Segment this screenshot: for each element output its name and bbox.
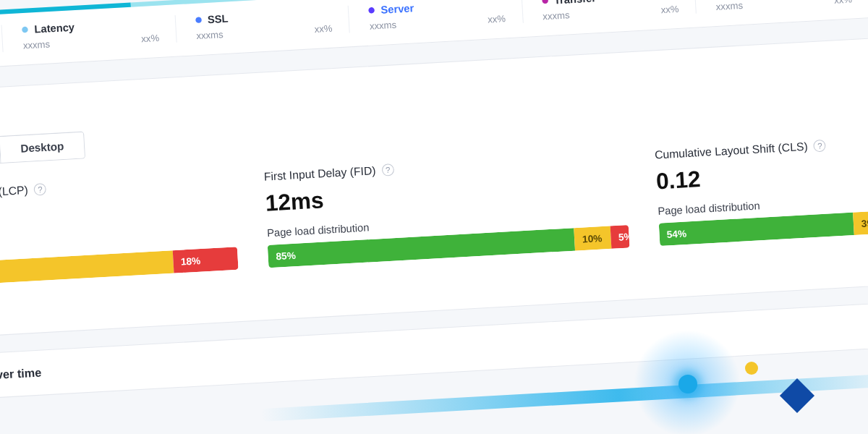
dist-segment-y: 10% — [574, 226, 612, 250]
metric-pct: xx% — [314, 23, 333, 35]
dist-segment-r: 5% — [610, 225, 630, 249]
dist-segment-y: 39% — [853, 205, 868, 235]
vital-title: Cumulative Layout Shift (CLS) — [655, 140, 809, 161]
vital-card-1: First Input Delay (FID)?12msPage load di… — [263, 150, 629, 268]
metric-label: Server — [380, 2, 414, 16]
metric-dot-icon — [22, 27, 28, 33]
metric-dot-icon — [195, 17, 202, 23]
vital-title: First Input Delay (FID) — [263, 163, 376, 182]
metric-dot-icon — [542, 0, 548, 4]
help-icon[interactable]: ? — [814, 139, 827, 152]
metric-dot-icon — [368, 7, 375, 14]
metric-pct: xx% — [141, 33, 160, 44]
metric-ms: xxxms — [715, 0, 743, 12]
dashboard-scene: DNSxxxmsxx%Latencyxxxmsxx%SSLxxxmsxx%Ser… — [0, 0, 868, 434]
tab-desktop[interactable]: Desktop — [0, 132, 84, 163]
dist-segment-y: 62% — [0, 250, 174, 286]
help-icon[interactable]: ? — [381, 163, 394, 176]
metric-name: Latency — [22, 16, 158, 35]
metric-ms: xxxms — [369, 20, 396, 32]
metric-name: SSL — [195, 7, 332, 26]
core-web-vitals-panel: Core Web Vitals AllMobileDesktop Largest… — [0, 29, 868, 343]
timing-metric-latency[interactable]: Latencyxxxmsxx% — [2, 15, 177, 52]
timing-metric-ssl[interactable]: SSLxxxmsxx% — [175, 6, 350, 43]
metric-pct: xx% — [834, 0, 853, 6]
metric-ms: xxxms — [196, 29, 224, 41]
metric-label: SSL — [207, 12, 228, 25]
timing-metric-server[interactable]: Serverxxxmsxx% — [349, 0, 524, 33]
vital-card-0: Largest Contentful Paint (LCP)?2.5sPage … — [0, 171, 239, 289]
metric-ms: xxxms — [542, 10, 570, 22]
metric-pct: xx% — [488, 14, 506, 25]
dist-segment-r: 18% — [172, 247, 238, 273]
dist-segment-g: 54% — [658, 213, 854, 246]
vital-card-2: Cumulative Layout Shift (CLS)?0.12Page l… — [655, 128, 868, 246]
metric-label: Latency — [34, 21, 75, 35]
metric-pct: xx% — [660, 4, 679, 15]
help-icon[interactable]: ? — [34, 182, 47, 195]
metric-label: Transfer — [553, 0, 596, 7]
dist-bar: 20%62%18% — [0, 247, 239, 289]
vital-title: Largest Contentful Paint (LCP) — [0, 183, 28, 205]
timing-metric-transfer[interactable]: Transferxxxmsxx% — [522, 0, 697, 23]
device-tabs: AllMobileDesktop — [0, 132, 85, 171]
timing-metric-render[interactable]: Renderxxxmsxx% — [695, 0, 868, 14]
metric-ms: xxxms — [23, 39, 51, 51]
